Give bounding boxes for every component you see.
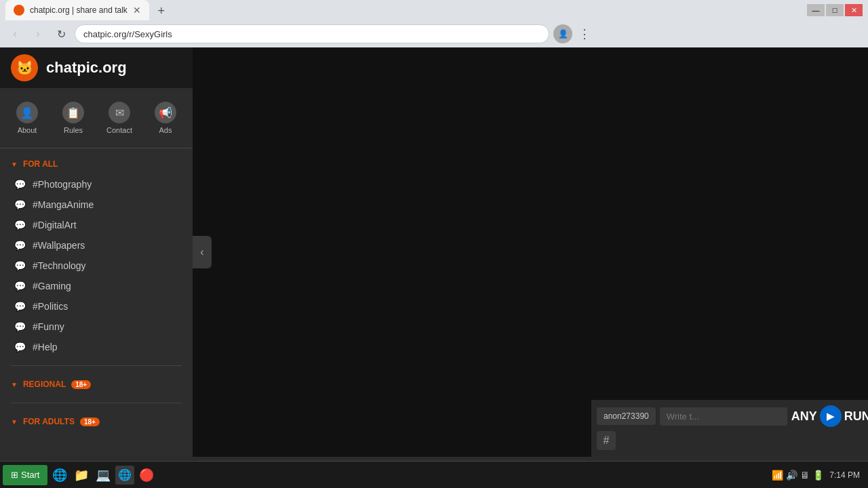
anyrun-subtext: RUN	[844, 409, 868, 424]
sidebar-item-mangaanime[interactable]: 💬 #MangaAnime	[0, 195, 193, 215]
hash-button[interactable]: #	[597, 431, 616, 450]
regional-header[interactable]: ▼ REGIONAL 18+	[0, 374, 193, 394]
for-adults-section: ▼ FOR ADULTS 18+	[0, 406, 193, 437]
sidebar-item-politics[interactable]: 💬 #Politics	[0, 296, 193, 317]
taskbar-right: 📶 🔊 🖥 🔋 7:14 PM	[772, 470, 865, 481]
chat-input-row: anon273390 ANY ▶ RUN SEND	[597, 405, 863, 427]
browser-menu-button[interactable]: ⋮	[576, 26, 593, 42]
chat-icon: 💬	[14, 300, 26, 312]
divider-1	[11, 365, 182, 366]
help-label: #Help	[33, 342, 58, 352]
digitalart-label: #DigitalArt	[33, 220, 77, 230]
ads-icon: 📢	[155, 102, 176, 123]
sidebar-item-funny[interactable]: 💬 #Funny	[0, 317, 193, 337]
sidebar-item-technology[interactable]: 💬 #Technology	[0, 256, 193, 276]
main-content	[193, 47, 591, 457]
about-button[interactable]: 👤 About	[5, 96, 49, 140]
photography-label: #Photography	[33, 179, 92, 190]
rules-label: Rules	[64, 126, 83, 134]
back-button[interactable]: ‹	[5, 24, 24, 43]
tab-favicon	[14, 5, 24, 16]
wallpapers-label: #Wallpapers	[33, 240, 85, 251]
minimize-button[interactable]: —	[807, 4, 825, 16]
funny-label: #Funny	[33, 321, 64, 332]
regional-label: REGIONAL	[23, 380, 66, 389]
start-button[interactable]: ⊞ Start	[3, 465, 47, 485]
chat-icon: 💬	[14, 239, 26, 251]
system-tray: 📶 🔊 🖥 🔋	[772, 470, 824, 481]
close-button[interactable]: ✕	[845, 4, 863, 16]
for-adults-header[interactable]: ▼ FOR ADULTS 18+	[0, 411, 193, 432]
contact-button[interactable]: ✉ Contact	[98, 96, 141, 140]
reload-button[interactable]: ↻	[52, 24, 71, 43]
sidebar: 🐱 chatpic.org 👤 About 📋 Rules ✉ Contact …	[0, 47, 193, 457]
chat-icon: 💬	[14, 199, 26, 211]
display-icon: 🖥	[800, 470, 810, 481]
chat-icon: 💬	[14, 321, 26, 333]
sidebar-header: 🐱 chatpic.org	[0, 47, 193, 88]
site-name: chatpic.org	[46, 59, 127, 77]
sidebar-item-wallpapers[interactable]: 💬 #Wallpapers	[0, 235, 193, 256]
chat-icon: 💬	[14, 219, 26, 231]
rules-icon: 📋	[62, 102, 84, 123]
sidebar-item-help[interactable]: 💬 #Help	[0, 337, 193, 357]
username-badge: anon273390	[597, 407, 656, 425]
network-icon: 📶	[772, 470, 783, 481]
tab-title: chatpic.org | share and talk	[30, 5, 127, 15]
browser-tab[interactable]: chatpic.org | share and talk ✕	[5, 0, 149, 20]
for-all-arrow: ▼	[11, 161, 18, 168]
chat-footer: anon273390 ANY ▶ RUN SEND #	[591, 400, 868, 457]
regional-badge: 18+	[71, 380, 91, 389]
profile-button[interactable]: 👤	[553, 24, 572, 43]
politics-label: #Politics	[33, 301, 68, 312]
for-adults-arrow: ▼	[11, 418, 18, 426]
about-icon: 👤	[16, 102, 38, 123]
sidebar-item-digitalart[interactable]: 💬 #DigitalArt	[0, 215, 193, 235]
battery-icon: 🔋	[812, 470, 824, 481]
chat-icon: 💬	[14, 341, 26, 353]
sidebar-item-photography[interactable]: 💬 #Photography	[0, 174, 193, 195]
maximize-button[interactable]: □	[826, 4, 844, 16]
rules-button[interactable]: 📋 Rules	[52, 96, 95, 140]
address-bar[interactable]: chatpic.org/r/SexyGirls	[75, 24, 549, 43]
taskbar-computer-icon[interactable]: 💻	[94, 466, 113, 485]
ads-label: Ads	[159, 126, 172, 134]
sidebar-item-gaming[interactable]: 💬 #Gaming	[0, 276, 193, 296]
windows-icon: ⊞	[11, 470, 18, 480]
taskbar-ie-icon[interactable]: 🌐	[50, 466, 69, 485]
about-label: About	[18, 126, 37, 134]
for-all-header[interactable]: ▼ FOR ALL	[0, 154, 193, 174]
volume-icon: 🔊	[786, 470, 797, 481]
regional-section: ▼ REGIONAL 18+	[0, 369, 193, 400]
url-text: chatpic.org/r/SexyGirls	[83, 29, 172, 39]
for-all-section: ▼ FOR ALL 💬 #Photography 💬 #MangaAnime 💬…	[0, 148, 193, 363]
chat-icon: 💬	[14, 260, 26, 272]
taskbar: ⊞ Start 🌐 📁 💻 🌐 🔴 📶 🔊 🖥 🔋 7:14 PM	[0, 461, 868, 488]
chat-messages-area	[591, 47, 868, 400]
right-panel: anon273390 ANY ▶ RUN SEND #	[591, 47, 868, 457]
for-adults-badge: 18+	[80, 418, 100, 426]
chat-toolbar: #	[597, 430, 863, 451]
nav-icons-bar: 👤 About 📋 Rules ✉ Contact 📢 Ads	[0, 88, 193, 148]
ads-button[interactable]: 📢 Ads	[144, 96, 187, 140]
contact-icon: ✉	[108, 102, 130, 123]
for-all-label: FOR ALL	[23, 159, 58, 169]
content-area: ‹	[193, 47, 591, 457]
collapse-sidebar-button[interactable]: ‹	[193, 236, 212, 268]
mangaanime-label: #MangaAnime	[33, 199, 94, 210]
chat-icon: 💬	[14, 280, 26, 292]
new-tab-button[interactable]: +	[152, 1, 171, 20]
gaming-label: #Gaming	[33, 281, 71, 291]
site-logo: 🐱	[11, 54, 38, 81]
technology-label: #Technology	[33, 260, 86, 271]
tab-close-button[interactable]: ✕	[133, 5, 141, 16]
taskbar-antivirus-icon[interactable]: 🔴	[137, 466, 156, 485]
taskbar-explorer-icon[interactable]: 📁	[72, 466, 91, 485]
divider-2	[11, 403, 182, 403]
anyrun-play-icon: ▶	[820, 405, 842, 427]
message-input[interactable]	[660, 407, 787, 426]
regional-arrow: ▼	[11, 381, 18, 388]
for-adults-label: FOR ADULTS	[23, 417, 75, 426]
forward-button[interactable]: ›	[28, 24, 47, 43]
taskbar-chrome-icon[interactable]: 🌐	[115, 466, 134, 485]
